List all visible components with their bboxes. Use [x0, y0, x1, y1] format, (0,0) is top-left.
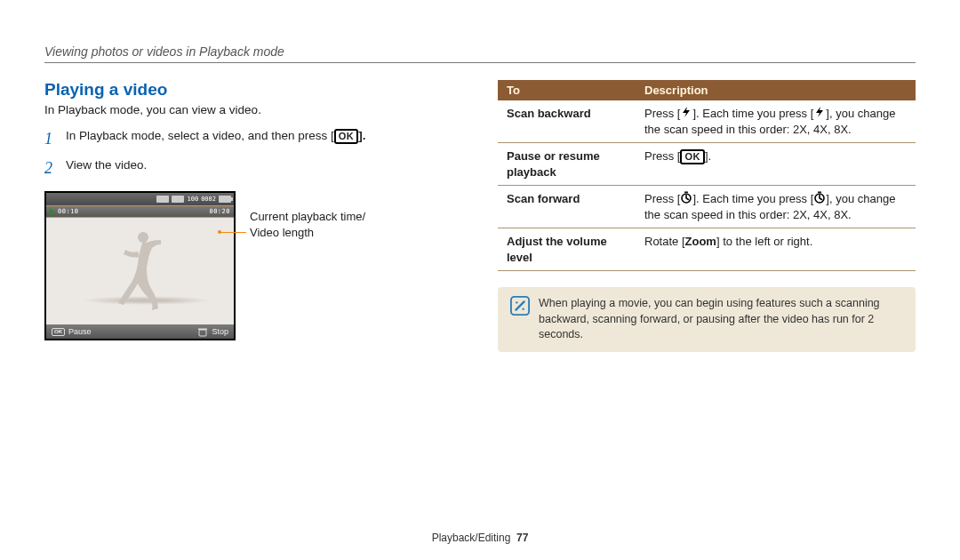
controls-table: To Description Scan backwardPress []. Ea… [498, 80, 916, 271]
stop-control: Stop [192, 327, 234, 336]
ok-mini-icon: OK [52, 328, 65, 336]
camera-status-bar: 100 0002 [46, 193, 234, 205]
footer-section: Playback/Editing [432, 532, 511, 544]
step-1: 1 In Playback mode, select a video, and … [44, 127, 462, 151]
signal-icon [156, 196, 169, 203]
intro-text: In Playback mode, you can view a video. [44, 103, 462, 116]
chapter-title: Viewing photos or videos in Playback mod… [44, 44, 284, 59]
pause-control: OK Pause [46, 327, 97, 336]
steps-list: 1 In Playback mode, select a video, and … [44, 127, 462, 180]
svg-rect-6 [818, 192, 821, 193]
th-to: To [498, 80, 636, 100]
left-column: Playing a video In Playback mode, you ca… [44, 80, 462, 524]
step-number: 1 [44, 127, 57, 151]
cell-to: Scan forward [498, 186, 636, 228]
cell-to: Scan backward [498, 100, 636, 143]
pause-label: Pause [68, 327, 92, 336]
timer-icon [813, 191, 826, 202]
current-time: 00:10 [58, 208, 79, 215]
svg-rect-2 [198, 328, 207, 330]
note-text: When playing a movie, you can begin usin… [539, 296, 903, 343]
info-icon [510, 296, 530, 316]
info-note: When playing a movie, you can begin usin… [498, 287, 916, 352]
cell-description: Press []. Each time you press [], you ch… [636, 100, 916, 143]
callout-text: Current playback time/ Video length [250, 191, 365, 340]
playback-bar: 00:10 00:20 [46, 205, 234, 218]
total-time: 00:20 [209, 208, 230, 215]
cell-description: Rotate [Zoom] to the left or right. [636, 228, 916, 271]
table-row: Pause or resume playbackPress [OK]. [498, 143, 916, 186]
table-row: Scan forwardPress []. Each time you pres… [498, 186, 916, 228]
card-icon [172, 196, 184, 203]
battery-icon [219, 196, 231, 203]
section-heading: Playing a video [44, 80, 462, 100]
status-number-b: 0002 [201, 196, 216, 203]
timer-icon [680, 191, 692, 202]
step-number: 2 [44, 156, 57, 180]
horizontal-rule [44, 62, 916, 63]
svg-rect-1 [199, 330, 206, 336]
play-icon [50, 208, 54, 215]
cell-to: Pause or resume playback [498, 143, 636, 186]
cell-description: Press []. Each time you press [], you ch… [636, 186, 916, 228]
step-2: 2 View the video. [44, 156, 462, 180]
table-row: Scan backwardPress []. Each time you pre… [498, 100, 916, 143]
cell-description: Press [OK]. [636, 143, 916, 186]
th-description: Description [636, 80, 916, 100]
table-row: Adjust the volume levelRotate [Zoom] to … [498, 228, 916, 271]
status-number-a: 100 [187, 196, 198, 203]
ok-icon: OK [334, 129, 359, 144]
cell-to: Adjust the volume level [498, 228, 636, 271]
bottom-control-bar: OK Pause Stop [46, 324, 234, 339]
footer-page-number: 77 [516, 532, 528, 544]
dancer-silhouette-icon [109, 228, 172, 317]
stop-label: Stop [212, 327, 228, 336]
video-screenshot: 100 0002 00:10 00:20 [44, 191, 236, 340]
flash-icon [813, 106, 826, 116]
svg-point-8 [516, 302, 517, 304]
page-footer: Playback/Editing 77 [0, 532, 960, 544]
trash-icon [197, 328, 208, 336]
step-text: In Playback mode, select a video, and th… [66, 127, 365, 151]
svg-rect-4 [684, 192, 688, 193]
svg-point-9 [522, 308, 524, 310]
step-text: View the video. [66, 156, 147, 180]
video-frame [46, 218, 234, 324]
flash-icon [680, 106, 692, 116]
right-column: To Description Scan backwardPress []. Ea… [498, 80, 916, 524]
